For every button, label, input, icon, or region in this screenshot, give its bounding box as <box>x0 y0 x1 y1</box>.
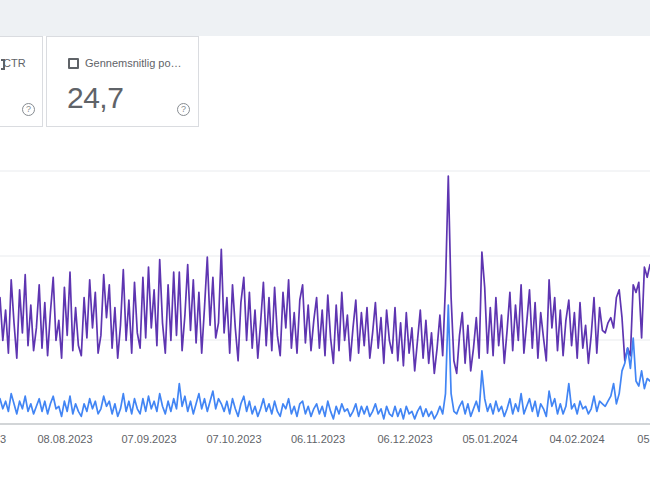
x-tick-label: 06.11.2023 <box>291 433 345 445</box>
x-tick-label: 06.12.2023 <box>377 433 432 445</box>
x-tick-label: 08.08.2023 <box>37 433 92 445</box>
x-tick-label: 05.01.2024 <box>462 433 517 445</box>
x-tick-label: 07.10.2023 <box>206 433 261 445</box>
x-tick-label: 3 <box>0 433 6 445</box>
metric-card-ctr-label: CTR <box>3 57 26 69</box>
x-tick-label: 07.09.2023 <box>121 433 176 445</box>
average-position-checkbox[interactable] <box>68 58 79 69</box>
metric-card-average-position-label: Gennemsnitlig po… <box>85 57 182 69</box>
page-top-band <box>0 0 650 36</box>
metric-card-ctr[interactable]: CTR ? <box>0 36 43 127</box>
purple-line <box>0 176 650 373</box>
x-tick-label: 05. <box>637 433 650 445</box>
help-icon[interactable]: ? <box>22 103 35 116</box>
average-position-value: 24,7 <box>67 81 123 115</box>
metric-card-average-position[interactable]: Gennemsnitlig po… 24,7 ? <box>46 36 199 127</box>
x-tick-label: 04.02.2024 <box>549 433 604 445</box>
help-icon[interactable]: ? <box>177 103 190 116</box>
